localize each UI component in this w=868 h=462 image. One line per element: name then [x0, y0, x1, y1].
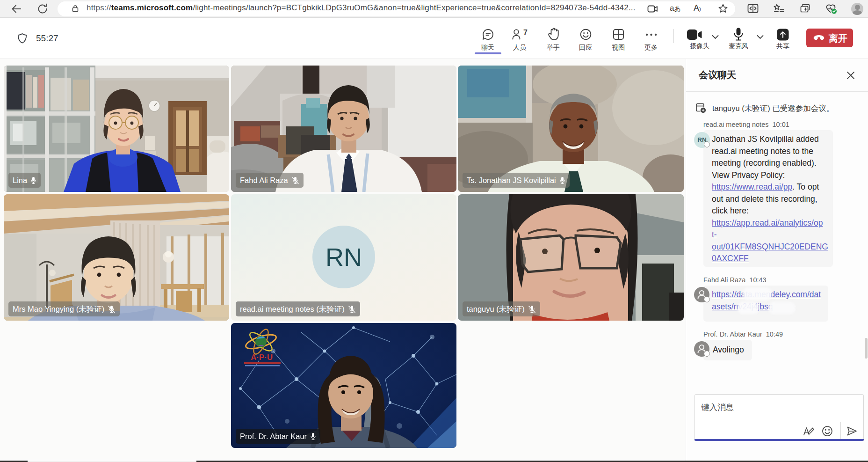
svg-text:A·P·U: A·P·U	[251, 353, 273, 362]
